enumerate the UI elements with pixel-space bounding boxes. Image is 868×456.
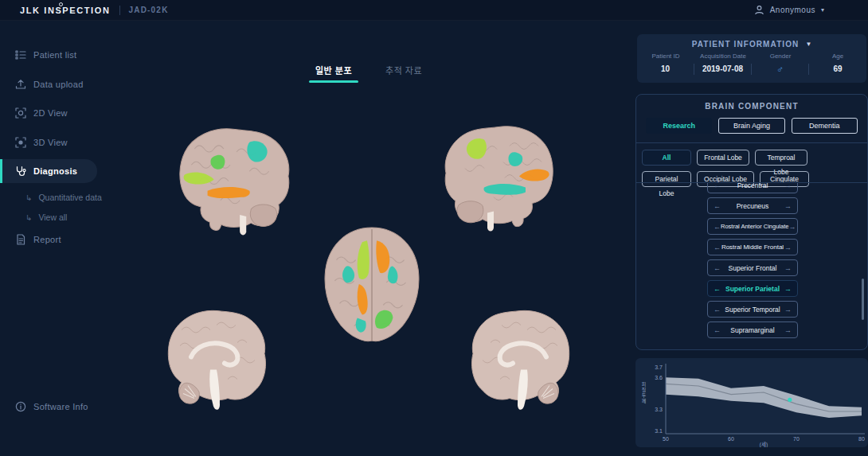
sidebar-item-software-info[interactable]: Software Info: [0, 395, 104, 419]
divider: [636, 142, 867, 143]
brain-render-medial-left[interactable]: [161, 307, 272, 415]
report-icon: [15, 234, 26, 245]
lobe-filter-buttons: All Frontal Lobe Temproal Lobe Parietal …: [642, 150, 862, 187]
collapse-chevron-icon[interactable]: ▼: [805, 41, 811, 48]
svg-text:3.7: 3.7: [655, 364, 663, 370]
svg-text:60: 60: [728, 436, 734, 442]
region-list: ← Precentral → ← Precuneus → ← Rostral A…: [707, 182, 798, 342]
right-arrow-icon[interactable]: →: [784, 182, 792, 189]
left-arrow-icon[interactable]: ←: [714, 202, 721, 210]
dementia-button[interactable]: Dementia: [792, 118, 858, 134]
username-label: Anonymous: [770, 6, 815, 14]
brain-render-lateral-right[interactable]: [441, 122, 561, 238]
sidebar-item-label: Software Info: [33, 402, 88, 411]
info-icon: [15, 401, 26, 412]
region-item-rostral-anterior-cingulate[interactable]: ← Rostral Anterior Cingulate →: [707, 218, 798, 235]
left-arrow-icon[interactable]: ←: [714, 223, 721, 231]
right-arrow-icon[interactable]: →: [784, 285, 792, 293]
right-arrow-icon[interactable]: →: [788, 223, 796, 231]
left-arrow-icon[interactable]: ←: [714, 182, 721, 189]
brain-component-panel: BRAIN COMPONENT Research Brain Aging Dem…: [635, 94, 868, 350]
sidebar-item-data-upload[interactable]: Data upload: [0, 72, 104, 96]
left-arrow-icon[interactable]: ←: [714, 285, 721, 293]
acquisition-date-field: Acquisition Date 2019-07-08: [694, 53, 752, 75]
svg-text:80: 80: [858, 436, 865, 442]
lobe-frontal-button[interactable]: Frontal Lobe: [697, 150, 749, 166]
age-label: Age: [809, 53, 866, 60]
svg-text:(세): (세): [760, 441, 768, 447]
patient-id-value: 10: [637, 64, 694, 75]
right-arrow-icon[interactable]: →: [784, 244, 792, 251]
svg-text:3.1: 3.1: [655, 428, 663, 434]
sidebar-item-label: Report: [33, 235, 61, 244]
region-list-viewport: ← Precentral → ← Precuneus → ← Rostral A…: [636, 182, 868, 350]
svg-text:3.6: 3.6: [655, 375, 663, 380]
brain-aging-button[interactable]: Brain Aging: [718, 118, 784, 134]
age-trend-chart-panel: 피질두께 3.73.63.33.150607080(세): [635, 358, 868, 447]
divider: [119, 6, 120, 15]
age-trend-chart[interactable]: 3.73.63.33.150607080(세): [635, 358, 868, 447]
top-bar: JLK INSPECTION JAD-02K Anonymous ▾: [0, 0, 868, 21]
3d-view-icon: [15, 137, 26, 148]
brain-render-axial[interactable]: [315, 224, 428, 345]
user-avatar-icon: [754, 5, 764, 15]
left-arrow-icon[interactable]: ←: [714, 306, 721, 314]
chevron-down-icon[interactable]: ▾: [821, 6, 824, 14]
patient-list-icon: [15, 49, 26, 60]
patient-id-label: Patient ID: [637, 53, 694, 60]
lobe-all-button[interactable]: All: [642, 150, 691, 166]
tab-tracking-data[interactable]: 추적 자료: [379, 62, 428, 83]
sidebar-item-view-all[interactable]: ↳ View all: [25, 209, 67, 226]
research-button[interactable]: Research: [646, 118, 712, 134]
patient-information-panel: PATIENT INFORMATION ▼ Patient ID 10 Acqu…: [637, 34, 866, 83]
sub-arrow-icon: ↳: [25, 213, 32, 222]
right-arrow-icon[interactable]: →: [784, 306, 792, 314]
right-arrow-icon[interactable]: →: [784, 326, 792, 334]
mode-buttons: Research Brain Aging Dementia: [646, 118, 858, 134]
sidebar-item-diagnosis[interactable]: Diagnosis: [0, 159, 97, 183]
sidebar: Patient list Data upload 2D View 3D View…: [0, 21, 143, 456]
sidebar-subitem-label: View all: [38, 212, 67, 222]
right-arrow-icon[interactable]: →: [784, 264, 792, 272]
sidebar-item-report[interactable]: Report: [0, 228, 104, 251]
svg-text:70: 70: [793, 436, 800, 442]
2d-view-icon: [15, 107, 26, 119]
sidebar-item-patient-list[interactable]: Patient list: [0, 43, 104, 67]
gender-label: Gender: [752, 53, 809, 60]
brain-render-lateral-left[interactable]: [172, 124, 293, 242]
sidebar-item-quantitative-data[interactable]: ↳ Quantitative data: [25, 189, 102, 206]
sidebar-item-label: Patient list: [33, 50, 76, 60]
region-item-rostral-middle-frontal[interactable]: ← Rostral Middle Frontal →: [707, 239, 798, 255]
patient-information-title: PATIENT INFORMATION: [692, 40, 800, 49]
sidebar-item-3d-view[interactable]: 3D View: [0, 131, 104, 154]
region-item-supramarginal[interactable]: ← Supramarginal →: [707, 322, 798, 338]
gender-field: Gender ♂: [752, 53, 809, 75]
male-symbol-icon: ♂: [752, 64, 809, 75]
left-arrow-icon[interactable]: ←: [714, 264, 721, 272]
left-arrow-icon[interactable]: ←: [714, 326, 721, 334]
brain-render-medial-right[interactable]: [465, 307, 577, 415]
region-item-superior-frontal[interactable]: ← Superior Frontal →: [707, 259, 798, 276]
upload-icon: [15, 79, 26, 90]
user-menu[interactable]: Anonymous ▾: [754, 5, 824, 15]
sidebar-item-label: 3D View: [33, 138, 68, 147]
sidebar-item-2d-view[interactable]: 2D View: [0, 101, 104, 125]
tab-general-distribution[interactable]: 일반 분포: [309, 62, 358, 83]
sidebar-subitem-label: Quantitative data: [38, 193, 101, 202]
age-field: Age 69: [809, 53, 866, 75]
region-item-superior-temporal[interactable]: ← Superior Temporal →: [707, 301, 798, 318]
region-item-precentral[interactable]: ← Precentral →: [707, 182, 798, 193]
lobe-temporal-button[interactable]: Temproal Lobe: [755, 150, 807, 166]
app-logo: JLK INSPECTION: [20, 6, 110, 15]
region-scrollbar[interactable]: [862, 279, 864, 320]
acquisition-date-value: 2019-07-08: [694, 64, 752, 75]
region-item-superior-parietal[interactable]: ← Superior Parietal →: [707, 280, 798, 297]
sidebar-item-label: Data upload: [33, 80, 84, 89]
age-value: 69: [809, 64, 866, 75]
sidebar-item-label: Diagnosis: [33, 166, 77, 176]
right-arrow-icon[interactable]: →: [784, 202, 792, 210]
brain-component-title: BRAIN COMPONENT: [636, 102, 867, 111]
region-item-precuneus[interactable]: ← Precuneus →: [707, 197, 798, 214]
left-arrow-icon[interactable]: ←: [714, 244, 721, 251]
device-model-label: JAD-02K: [128, 6, 168, 14]
